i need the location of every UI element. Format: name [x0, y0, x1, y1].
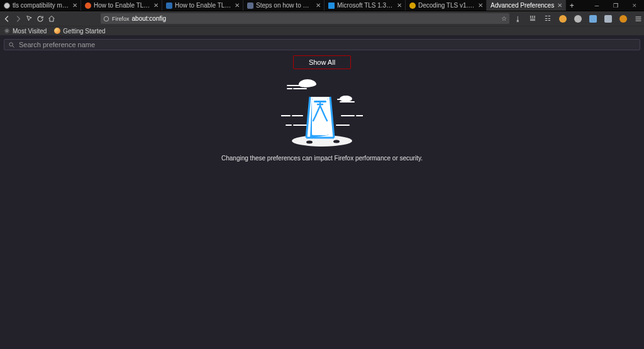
tab-1[interactable]: How to Enable TLS 1.3 in Chr ✕ [81, 0, 162, 11]
maximize-button[interactable]: ❐ [606, 0, 625, 11]
svg-point-2 [9, 42, 13, 46]
svg-point-0 [104, 16, 109, 21]
bookmark-getting-started[interactable]: Getting Started [54, 28, 105, 35]
close-tab-icon[interactable]: ✕ [396, 3, 402, 9]
show-all-button[interactable]: Show All [293, 55, 351, 69]
app-menu-button[interactable] [634, 14, 643, 23]
close-tab-icon[interactable]: ✕ [477, 3, 484, 9]
close-tab-icon[interactable]: ✕ [315, 3, 321, 9]
tab-label: Microsoft TLS 1.3 Support Re [337, 2, 394, 9]
library-icon: 𝍎 [530, 14, 536, 23]
home-button[interactable] [48, 14, 55, 24]
downloads-button[interactable]: ⭳ [513, 14, 522, 23]
download-icon: ⭳ [514, 15, 521, 23]
back-button[interactable] [3, 14, 11, 24]
tab-favicon [166, 3, 172, 9]
profile-button[interactable] [619, 14, 628, 23]
url-context: Firefox [112, 16, 130, 22]
tab-6-active[interactable]: Advanced Preferences ✕ [487, 0, 566, 11]
tab-3[interactable]: Steps on how to enable TLS 1 ✕ [243, 0, 325, 11]
bookmark-label: Getting Started [63, 28, 105, 35]
minimize-button[interactable]: ─ [587, 0, 606, 11]
tab-strip: tls compatibility matrix - Goo ✕ How to … [0, 0, 644, 11]
cursor-button[interactable] [26, 14, 33, 24]
firefox-logo-icon [103, 16, 109, 22]
bookmark-most-visited[interactable]: Most Visited [4, 28, 47, 35]
pref-search-wrap[interactable] [4, 39, 640, 50]
tab-2[interactable]: How to Enable TLS 1.3 in Wi ✕ [162, 0, 243, 11]
ext-icon-2 [604, 15, 612, 23]
reload-icon [36, 15, 44, 23]
amber-dot-icon [559, 15, 567, 23]
caution-illustration [281, 78, 363, 147]
arrow-left-icon [3, 15, 11, 23]
account-icon [574, 15, 582, 23]
aboutconfig-content: Show All Changing these preferences can … [0, 35, 644, 349]
toolbar-right: ⭳ 𝍎 ☷ [513, 14, 643, 23]
url-bar[interactable]: Firefox about:config ☆ [101, 13, 509, 24]
nav-toolbar: Firefox about:config ☆ ⭳ 𝍎 ☷ [0, 11, 644, 26]
addons-button[interactable]: ☷ [543, 14, 552, 23]
warning-text: Changing these preferences can impact Fi… [221, 155, 423, 162]
addons-icon: ☷ [545, 14, 551, 23]
hamburger-icon [635, 15, 642, 23]
cursor-icon [26, 15, 33, 22]
svg-rect-8 [314, 101, 326, 102]
home-icon [48, 15, 55, 23]
tab-favicon [409, 3, 416, 9]
close-tab-icon[interactable]: ✕ [72, 3, 78, 9]
tab-label: How to Enable TLS 1.3 in Chr [94, 2, 150, 9]
notification-dot[interactable] [558, 14, 567, 23]
arrow-right-icon [14, 15, 22, 23]
window-controls: ─ ❐ ✕ [587, 0, 644, 11]
forward-button [14, 14, 22, 24]
url-text: about:config [132, 15, 499, 22]
tab-favicon [328, 3, 335, 9]
library-button[interactable]: 𝍎 [528, 14, 537, 23]
close-tab-icon[interactable]: ✕ [153, 3, 159, 9]
profile-avatar-icon [619, 15, 627, 23]
tab-favicon [85, 3, 91, 9]
svg-point-1 [6, 30, 8, 31]
tab-label: tls compatibility matrix - Goo [13, 2, 69, 9]
svg-point-6 [340, 96, 352, 102]
tab-label: Advanced Preferences [491, 2, 554, 9]
search-icon [8, 42, 15, 48]
tab-5[interactable]: Decoding TLS v1.2 protocol H ✕ [406, 0, 487, 11]
bookmark-star-icon[interactable]: ☆ [501, 15, 507, 22]
sidebar-button-1[interactable] [589, 14, 597, 23]
gear-icon [4, 28, 10, 34]
pref-search-input[interactable] [19, 41, 636, 48]
new-tab-button[interactable]: + [566, 1, 577, 10]
svg-point-5 [333, 140, 340, 143]
tab-favicon [247, 3, 253, 9]
bookmark-label: Most Visited [13, 28, 47, 35]
tab-label: How to Enable TLS 1.3 in Wi [175, 2, 231, 9]
close-tab-icon[interactable]: ✕ [557, 3, 563, 9]
svg-point-4 [306, 141, 313, 144]
tab-favicon [4, 3, 10, 9]
sidebar-button-2[interactable] [604, 14, 613, 23]
ext-icon-1 [589, 15, 597, 23]
tab-0[interactable]: tls compatibility matrix - Goo ✕ [0, 0, 81, 11]
tab-4[interactable]: Microsoft TLS 1.3 Support Re ✕ [325, 0, 406, 11]
center-column: Show All Changing these preferences can … [4, 55, 640, 162]
close-tab-icon[interactable]: ✕ [234, 3, 240, 9]
firefox-icon [54, 28, 60, 34]
account-button[interactable] [574, 14, 582, 23]
tab-label: Steps on how to enable TLS 1 [256, 2, 313, 9]
bookmarks-bar: Most Visited Getting Started [0, 26, 644, 35]
tab-label: Decoding TLS v1.2 protocol H [418, 2, 475, 9]
close-window-button[interactable]: ✕ [625, 0, 644, 11]
reload-button[interactable] [36, 14, 44, 24]
